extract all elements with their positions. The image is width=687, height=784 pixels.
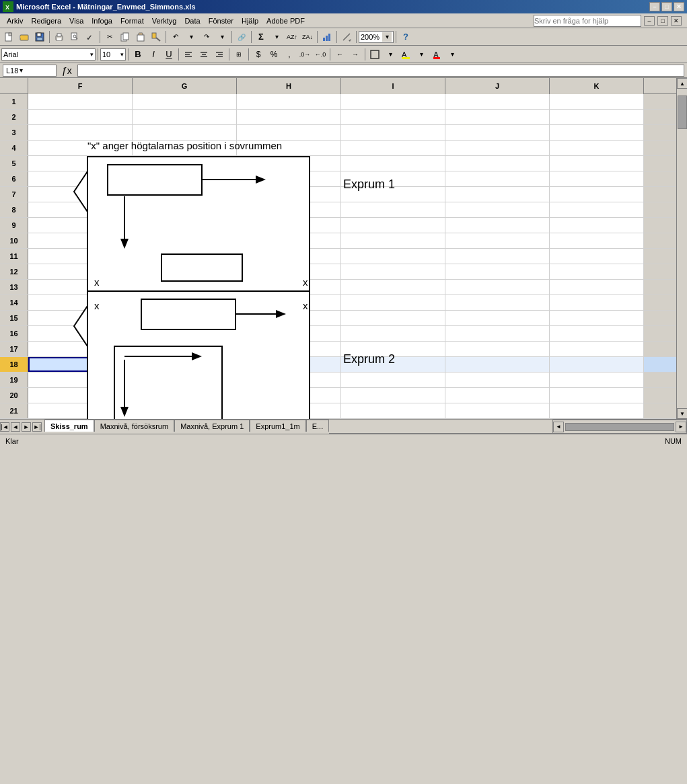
save-button[interactable] xyxy=(32,30,47,44)
cell-g2[interactable] xyxy=(133,110,237,124)
sort-asc-button[interactable]: AZ↑ xyxy=(285,30,299,44)
autosum-dropdown[interactable]: ▾ xyxy=(269,30,284,44)
menu-adobe[interactable]: Adobe PDF xyxy=(262,15,309,26)
row-num-16[interactable]: 16 xyxy=(0,326,28,341)
italic-button[interactable]: I xyxy=(146,47,161,62)
menu-visa[interactable]: Visa xyxy=(65,15,87,26)
cell-k11[interactable] xyxy=(550,249,644,264)
cell-j16[interactable] xyxy=(445,326,550,341)
help-maximize-button[interactable]: □ xyxy=(657,16,668,26)
row-num-6[interactable]: 6 xyxy=(0,171,28,186)
cell-j4[interactable] xyxy=(445,141,550,155)
menu-format[interactable]: Format xyxy=(116,15,148,26)
zoom-dropdown[interactable]: ▾ xyxy=(382,32,392,42)
cell-j20[interactable] xyxy=(445,388,550,403)
cell-k14[interactable] xyxy=(550,295,644,310)
merge-center-button[interactable]: ⊞ xyxy=(231,47,246,62)
cell-i9[interactable] xyxy=(341,218,445,233)
row-num-20[interactable]: 20 xyxy=(0,388,28,403)
cell-f4[interactable] xyxy=(28,141,133,155)
cell-f1[interactable] xyxy=(28,94,133,109)
undo-dropdown-button[interactable]: ▾ xyxy=(184,30,198,44)
cell-g21[interactable] xyxy=(133,403,237,418)
sheet-tab-maxniva-exprum1[interactable]: Maxnivå, Exprum 1 xyxy=(174,420,250,432)
cell-g5[interactable] xyxy=(133,156,237,171)
cell-h8[interactable] xyxy=(237,202,341,217)
row-num-7[interactable]: 7 xyxy=(0,187,28,202)
cell-k16[interactable] xyxy=(550,326,644,341)
row-num-5[interactable]: 5 xyxy=(0,156,28,171)
cell-i14[interactable] xyxy=(341,295,445,310)
cell-j5[interactable] xyxy=(445,156,550,171)
hscroll-thumb[interactable] xyxy=(565,423,674,431)
cell-i17[interactable] xyxy=(341,342,445,356)
cell-j14[interactable] xyxy=(445,295,550,310)
fontsize-dropdown[interactable]: ▾ xyxy=(120,51,124,58)
font-color-dropdown[interactable]: ▾ xyxy=(445,47,460,62)
redo-dropdown-button[interactable]: ▾ xyxy=(215,30,229,44)
print-button[interactable] xyxy=(52,30,67,44)
row-num-10[interactable]: 10 xyxy=(0,233,28,248)
cell-g15[interactable] xyxy=(133,311,237,325)
cell-i5[interactable] xyxy=(341,156,445,171)
cell-i10[interactable] xyxy=(341,233,445,248)
align-left-button[interactable] xyxy=(181,47,196,62)
cell-g13[interactable] xyxy=(133,280,237,295)
minimize-button[interactable]: – xyxy=(649,2,660,11)
cell-g11[interactable] xyxy=(133,249,237,264)
cell-f19[interactable] xyxy=(28,373,133,387)
cell-g6[interactable] xyxy=(133,171,237,186)
scroll-up-button[interactable]: ▲ xyxy=(677,78,687,89)
percent-button[interactable]: % xyxy=(266,47,281,62)
cell-f10[interactable] xyxy=(28,233,133,248)
align-right-button[interactable] xyxy=(212,47,227,62)
cell-h16[interactable] xyxy=(237,326,341,341)
cell-i2[interactable] xyxy=(341,110,445,124)
cell-j18[interactable] xyxy=(445,357,550,372)
col-header-h[interactable]: H xyxy=(237,78,341,94)
cell-g4[interactable] xyxy=(133,141,237,155)
help-button[interactable]: ? xyxy=(398,30,413,44)
tab-prev-button[interactable]: ◄ xyxy=(11,422,20,432)
font-dropdown[interactable]: ▾ xyxy=(90,51,94,58)
cell-f8[interactable] xyxy=(28,202,133,217)
menu-hjalp[interactable]: Hjälp xyxy=(238,15,262,26)
cell-k12[interactable] xyxy=(550,264,644,279)
scroll-thumb[interactable] xyxy=(678,95,687,129)
row-num-4[interactable]: 4 xyxy=(0,141,28,155)
cell-k15[interactable] xyxy=(550,311,644,325)
horizontal-scrollbar[interactable]: ◄ ► xyxy=(552,420,687,434)
cell-j8[interactable] xyxy=(445,202,550,217)
sheet-tab-more[interactable]: E... xyxy=(306,420,330,432)
cell-h7[interactable] xyxy=(237,187,341,202)
cell-h10[interactable] xyxy=(237,233,341,248)
help-minimize-button[interactable]: – xyxy=(644,16,655,26)
preview-button[interactable] xyxy=(67,30,82,44)
cell-g17[interactable] xyxy=(133,342,237,356)
cell-g3[interactable] xyxy=(133,125,237,140)
row-num-18[interactable]: 18 xyxy=(0,357,28,372)
cell-i1[interactable] xyxy=(341,94,445,109)
insert-hyperlink-button[interactable]: 🔗 xyxy=(234,30,249,44)
undo-button[interactable]: ↶ xyxy=(168,30,183,44)
underline-button[interactable]: U xyxy=(161,47,176,62)
cell-f17[interactable] xyxy=(28,342,133,356)
tab-next-button[interactable]: ► xyxy=(22,422,31,432)
row-num-21[interactable]: 21 xyxy=(0,403,28,418)
bold-button[interactable]: B xyxy=(131,47,145,62)
cell-f13[interactable] xyxy=(28,280,133,295)
increase-indent-button[interactable]: → xyxy=(348,47,363,62)
cell-i11[interactable] xyxy=(341,249,445,264)
cell-i8[interactable] xyxy=(341,202,445,217)
sheet-tab-exprum1-1m[interactable]: Exprum1_1m xyxy=(250,420,305,432)
cell-i18[interactable] xyxy=(341,357,445,372)
menu-fonster[interactable]: Fönster xyxy=(205,15,238,26)
copy-button[interactable] xyxy=(118,30,133,44)
col-header-j[interactable]: J xyxy=(445,78,550,94)
cell-j15[interactable] xyxy=(445,311,550,325)
cell-k13[interactable] xyxy=(550,280,644,295)
cell-f2[interactable] xyxy=(28,110,133,124)
cell-j12[interactable] xyxy=(445,264,550,279)
row-num-11[interactable]: 11 xyxy=(0,249,28,264)
cell-g10[interactable] xyxy=(133,233,237,248)
